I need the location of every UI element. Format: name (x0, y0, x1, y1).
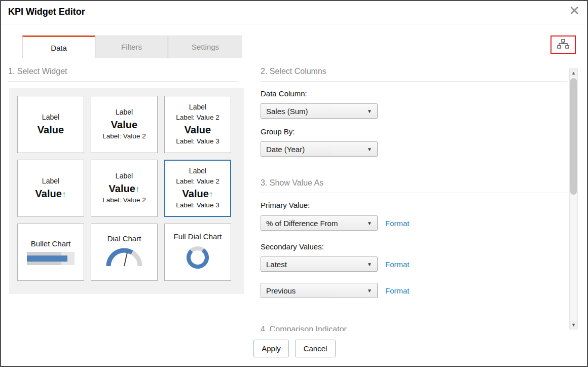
full-dial-chart-icon (185, 245, 210, 272)
dialog-title: KPI Widget Editor (8, 7, 85, 17)
card-label: Label (116, 171, 133, 181)
data-column-dropdown[interactable]: Sales (Sum) ▼ (261, 103, 378, 119)
secondary-format-link-2[interactable]: Format (385, 286, 410, 295)
widget-card-value-trend[interactable]: Label Value↑ (17, 160, 84, 217)
close-icon[interactable]: ✕ (569, 3, 580, 19)
card-label: Label (116, 107, 133, 118)
primary-format-link[interactable]: Format (385, 219, 410, 228)
secondary-format-link-1[interactable]: Format (385, 260, 410, 269)
tab-settings[interactable]: Settings (168, 35, 242, 58)
card-label: Bullet Chart (31, 239, 70, 248)
card-secondary: Label: Value 3 (176, 201, 219, 210)
widget-card-value-trend-secondary[interactable]: Label Value↑ Label: Value 2 (91, 160, 158, 217)
trend-up-icon: ↑ (209, 190, 213, 199)
secondary-value-2: Previous (266, 286, 296, 295)
card-label: Dial Chart (107, 234, 141, 243)
select-columns-underline (261, 81, 567, 82)
chevron-down-icon: ▼ (367, 108, 372, 114)
widget-card-value[interactable]: Label Value (17, 96, 84, 153)
trend-up-icon: ↑ (62, 190, 66, 199)
header-divider (1, 24, 587, 24)
dial-chart-icon (106, 247, 142, 270)
show-value-as-heading: 3. Show Value As (261, 178, 323, 188)
chevron-down-icon: ▼ (367, 288, 372, 293)
widget-card-value-secondary[interactable]: Label Value Label: Value 2 (91, 96, 158, 153)
primary-value-dropdown[interactable]: % of Difference From ▼ (261, 215, 378, 231)
card-value: Value↑ (35, 187, 66, 200)
tab-filters[interactable]: Filters (95, 35, 168, 58)
primary-value: % of Difference From (266, 219, 338, 228)
card-value: Value (111, 118, 137, 131)
kpi-widget-editor-dialog: KPI Widget Editor ✕ Data Filters Setting… (0, 0, 588, 367)
card-value: Value (185, 123, 211, 136)
scroll-up-icon[interactable]: ▲ (570, 69, 577, 77)
card-label: Label (42, 113, 59, 123)
widget-type-button[interactable] (550, 35, 576, 54)
show-value-as-underline (261, 193, 567, 193)
scroll-down-icon[interactable]: ▼ (570, 321, 577, 329)
card-secondary: Label: Value 2 (176, 113, 219, 123)
cancel-button[interactable]: Cancel (295, 340, 336, 357)
widget-grid: Label Value Label Value Label: Value 2 L… (9, 88, 244, 289)
card-label: Full Dial Chart (173, 232, 222, 241)
select-widget-heading: 1. Select Widget (8, 67, 67, 76)
comparison-indicator-heading-clipped: 4. Comparison Indicator (261, 325, 433, 331)
widget-card-full-dial-chart[interactable]: Full Dial Chart (164, 224, 231, 281)
secondary-value-1: Latest (266, 260, 287, 269)
card-value: Value↑ (182, 187, 213, 200)
tab-data[interactable]: Data (22, 35, 95, 58)
card-label: Label (42, 176, 59, 187)
group-by-value: Date (Year) (266, 145, 305, 154)
card-secondary: Label: Value 2 (102, 132, 145, 141)
group-by-label: Group By: (261, 127, 295, 136)
widget-card-value-two-secondary[interactable]: Label Label: Value 2 Value Label: Value … (164, 96, 231, 153)
data-column-value: Sales (Sum) (266, 107, 308, 116)
secondary-value-2-dropdown[interactable]: Previous ▼ (261, 283, 378, 298)
select-columns-heading: 2. Select Columns (261, 67, 326, 76)
card-value: Value (38, 123, 64, 136)
scrollbar-thumb[interactable] (570, 78, 577, 195)
chevron-down-icon: ▼ (367, 262, 372, 267)
card-secondary: Label: Value 3 (176, 137, 219, 146)
widget-card-dial-chart[interactable]: Dial Chart (91, 224, 158, 281)
bullet-chart-icon (27, 252, 75, 265)
card-value: Value↑ (109, 182, 140, 195)
card-label: Label (189, 102, 206, 113)
card-label: Label (189, 166, 206, 176)
secondary-values-label: Secondary Values: (261, 242, 324, 251)
widget-grid-panel: Label Value Label Value Label: Value 2 L… (9, 88, 244, 294)
secondary-value-1-dropdown[interactable]: Latest ▼ (261, 256, 378, 272)
select-widget-underline (8, 81, 238, 82)
apply-button[interactable]: Apply (253, 340, 289, 357)
data-column-label: Data Column: (261, 89, 307, 98)
primary-value-label: Primary Value: (261, 201, 310, 209)
widget-card-value-trend-two-secondary-selected[interactable]: Label Label: Value 2 Value↑ Label: Value… (164, 160, 231, 217)
trend-up-icon: ↑ (135, 185, 140, 194)
sitemap-icon (557, 39, 569, 51)
vertical-scrollbar[interactable]: ▲ ▼ (569, 68, 578, 329)
chevron-down-icon: ▼ (367, 146, 372, 152)
card-secondary: Label: Value 2 (176, 177, 219, 187)
card-secondary: Label: Value 2 (102, 196, 145, 205)
widget-card-bullet-chart[interactable]: Bullet Chart (17, 224, 84, 281)
chevron-down-icon: ▼ (367, 221, 372, 226)
group-by-dropdown[interactable]: Date (Year) ▼ (261, 141, 378, 157)
